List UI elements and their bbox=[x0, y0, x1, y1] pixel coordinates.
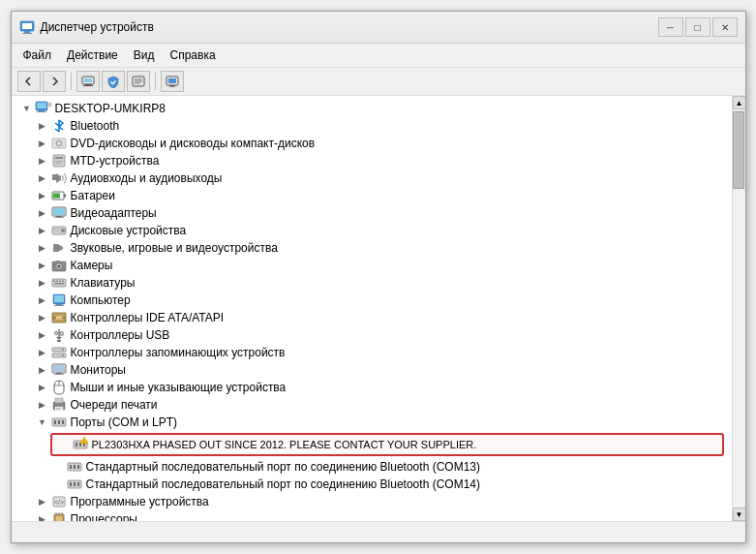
toolbar-monitor-button[interactable] bbox=[161, 71, 184, 92]
proc-icon bbox=[50, 511, 68, 521]
computer-label: Компьютер bbox=[71, 293, 138, 307]
proc-expand-icon[interactable]: ▶ bbox=[35, 514, 50, 521]
storage-icon bbox=[50, 345, 68, 360]
audio-expand-icon[interactable]: ▶ bbox=[35, 173, 50, 183]
svg-rect-61 bbox=[60, 332, 63, 335]
ports-expand-icon[interactable]: ▼ bbox=[35, 417, 50, 427]
tree-item-proc[interactable]: ▶ Процессоры bbox=[12, 510, 732, 521]
tree-item-mouse[interactable]: ▶ Мыши и иные указывающие устройства bbox=[12, 379, 732, 396]
svg-rect-39 bbox=[53, 229, 60, 230]
sound-expand-icon[interactable]: ▶ bbox=[35, 243, 50, 253]
toolbar-back-button[interactable] bbox=[17, 71, 41, 92]
bluetooth-label: Bluetooth bbox=[71, 119, 128, 133]
scroll-down-arrow[interactable]: ▼ bbox=[733, 508, 745, 521]
camera-expand-icon[interactable]: ▶ bbox=[35, 261, 50, 270]
svg-rect-50 bbox=[62, 281, 64, 283]
close-button[interactable]: ✕ bbox=[712, 17, 738, 37]
menu-file[interactable]: Файл bbox=[15, 46, 60, 65]
com14-icon bbox=[66, 477, 83, 492]
tree-item-camera[interactable]: ▶ Камеры bbox=[12, 257, 732, 274]
tree-item-com14[interactable]: Стандартный последовательный порт по сое… bbox=[12, 476, 732, 493]
progdev-expand-icon[interactable]: ▶ bbox=[35, 497, 50, 507]
tree-item-sound[interactable]: ▶ Звуковые, игровые и видеоустройства bbox=[12, 239, 732, 257]
menu-bar: Файл Действие Вид Справка bbox=[12, 44, 745, 68]
display-expand-icon[interactable]: ▶ bbox=[35, 208, 50, 218]
maximize-button[interactable]: □ bbox=[685, 17, 711, 37]
tree-item-pl2303[interactable]: ! PL2303HXA PHASED OUT SINCE 2012. PLEAS… bbox=[50, 433, 724, 456]
scroll-thumb[interactable] bbox=[733, 111, 744, 189]
battery-expand-icon[interactable]: ▶ bbox=[35, 191, 50, 200]
svg-rect-55 bbox=[54, 305, 64, 306]
tree-item-battery[interactable]: ▶ Батареи bbox=[12, 187, 732, 204]
root-expand-icon[interactable]: ▼ bbox=[19, 104, 35, 113]
print-expand-icon[interactable]: ▶ bbox=[35, 400, 50, 410]
svg-rect-27 bbox=[55, 161, 63, 162]
keyboard-expand-icon[interactable]: ▶ bbox=[35, 278, 50, 288]
tree-item-usb[interactable]: ▶ Контроллеры USB bbox=[12, 326, 732, 344]
monitors-expand-icon[interactable]: ▶ bbox=[35, 365, 50, 375]
tree-item-print[interactable]: ▶ Очереди печати bbox=[12, 396, 732, 414]
tree-root[interactable]: ▼ DESKTOP-UMKIRP8 bbox=[12, 100, 732, 117]
com13-expand-icon bbox=[50, 462, 66, 472]
tree-item-mtd[interactable]: ▶ MTD-устройства bbox=[12, 152, 732, 169]
storage-expand-icon[interactable]: ▶ bbox=[35, 348, 50, 357]
camera-icon bbox=[50, 258, 68, 273]
tree-item-audio[interactable]: ▶ Аудиовходы и аудиовыходы bbox=[12, 169, 732, 187]
tree-item-dvd[interactable]: ▶ DVD-дисководы и дисководы компакт-диск… bbox=[12, 135, 732, 152]
tree-item-ide[interactable]: ▶ Контроллеры IDE ATA/ATAPI bbox=[12, 309, 732, 326]
mouse-label: Мыши и иные указывающие устройства bbox=[71, 381, 294, 394]
pl2303-label: PL2303HXA PHASED OUT SINCE 2012. PLEASE … bbox=[92, 439, 485, 450]
dvd-expand-icon[interactable]: ▶ bbox=[35, 138, 50, 148]
disk-icon bbox=[50, 223, 68, 238]
tree-item-keyboard[interactable]: ▶ Клавиатуры bbox=[12, 274, 732, 292]
toolbar-forward-button[interactable] bbox=[43, 71, 66, 92]
scrollbar-right[interactable]: ▲ ▼ bbox=[732, 96, 745, 521]
scroll-track[interactable] bbox=[733, 109, 745, 508]
toolbar-computer-button[interactable] bbox=[76, 71, 100, 92]
svg-point-66 bbox=[62, 354, 64, 356]
menu-help[interactable]: Справка bbox=[163, 46, 224, 65]
mouse-expand-icon[interactable]: ▶ bbox=[35, 383, 50, 392]
svg-point-44 bbox=[57, 265, 60, 268]
svg-rect-89 bbox=[70, 465, 72, 469]
svg-rect-51 bbox=[54, 283, 64, 285]
svg-rect-76 bbox=[56, 408, 62, 409]
tree-item-bluetooth[interactable]: ▶ Bluetooth bbox=[12, 117, 732, 135]
mtd-expand-icon[interactable]: ▶ bbox=[35, 156, 50, 166]
content-area: ▼ DESKTOP-UMKIRP8 ▶ bbox=[12, 96, 745, 521]
tree-item-disk[interactable]: ▶ Дисковые устройства bbox=[12, 222, 732, 239]
tree-item-com13[interactable]: Стандартный последовательный порт по сое… bbox=[12, 458, 732, 476]
svg-point-21 bbox=[49, 105, 50, 106]
toolbar-shield-button[interactable] bbox=[102, 71, 125, 92]
disk-expand-icon[interactable]: ▶ bbox=[35, 226, 50, 235]
device-tree[interactable]: ▼ DESKTOP-UMKIRP8 ▶ bbox=[12, 96, 732, 521]
bluetooth-expand-icon[interactable]: ▶ bbox=[35, 121, 50, 131]
toolbar-list-button[interactable] bbox=[127, 71, 150, 92]
computer-expand-icon[interactable]: ▶ bbox=[35, 295, 50, 305]
tree-item-computer[interactable]: ▶ Компьютер bbox=[12, 292, 732, 309]
computer-icon bbox=[50, 292, 68, 308]
tree-item-progdev[interactable]: ▶ </> Программные устройства bbox=[12, 493, 732, 510]
progdev-icon: </> bbox=[50, 494, 68, 509]
tree-item-ports[interactable]: ▼ Порты (COM и LPT) bbox=[12, 414, 732, 431]
menu-action[interactable]: Действие bbox=[59, 46, 126, 65]
ide-expand-icon[interactable]: ▶ bbox=[35, 313, 50, 323]
ide-icon bbox=[50, 310, 68, 325]
tree-item-display[interactable]: ▶ Видеоадаптеры bbox=[12, 204, 732, 222]
usb-expand-icon[interactable]: ▶ bbox=[35, 330, 50, 340]
keyboard-icon bbox=[50, 275, 68, 291]
usb-icon bbox=[50, 327, 68, 343]
svg-rect-83 bbox=[76, 443, 77, 446]
pl2303-warning-icon: ! bbox=[72, 437, 89, 452]
minimize-button[interactable]: ─ bbox=[658, 17, 683, 37]
svg-rect-95 bbox=[77, 482, 79, 486]
svg-rect-26 bbox=[55, 157, 63, 159]
menu-view[interactable]: Вид bbox=[126, 46, 163, 65]
scroll-up-arrow[interactable]: ▲ bbox=[733, 96, 745, 109]
tree-item-storage[interactable]: ▶ Контроллеры запоминающих устройств bbox=[12, 344, 732, 361]
svg-point-65 bbox=[62, 349, 64, 351]
title-bar-left: Диспетчер устройств bbox=[19, 19, 154, 35]
tree-item-monitors[interactable]: ▶ Мониторы bbox=[12, 361, 732, 379]
svg-rect-14 bbox=[170, 85, 174, 86]
audio-label: Аудиовходы и аудиовыходы bbox=[71, 171, 230, 185]
